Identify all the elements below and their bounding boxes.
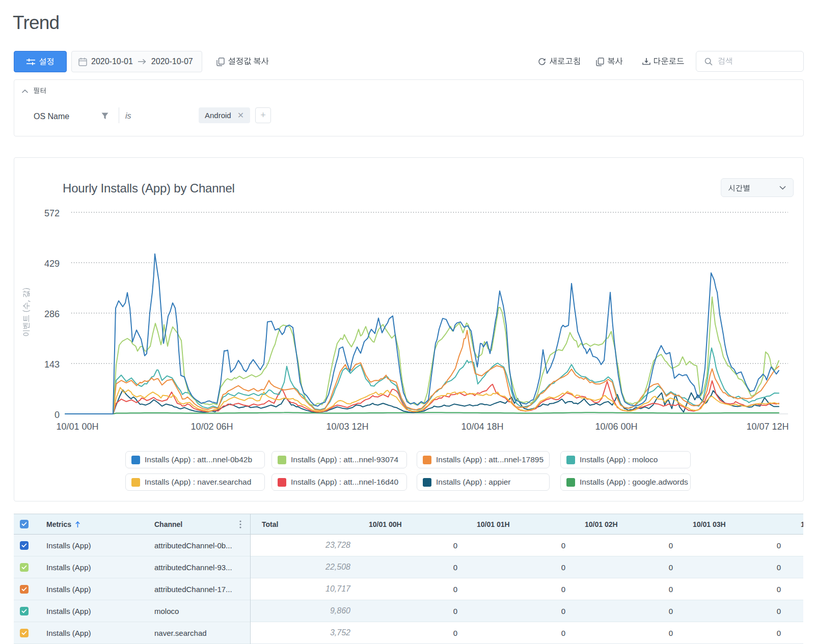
svg-text:10/01 00H: 10/01 00H bbox=[56, 422, 98, 432]
svg-text:10/04 18H: 10/04 18H bbox=[461, 422, 503, 432]
svg-text:0: 0 bbox=[55, 410, 60, 420]
svg-text:10/06 00H: 10/06 00H bbox=[595, 422, 637, 432]
svg-text:429: 429 bbox=[44, 259, 60, 269]
svg-text:10/03 12H: 10/03 12H bbox=[326, 422, 368, 432]
svg-text:286: 286 bbox=[44, 309, 60, 319]
svg-text:143: 143 bbox=[44, 359, 60, 370]
svg-text:10/02 06H: 10/02 06H bbox=[191, 422, 233, 432]
svg-text:10/07 12H: 10/07 12H bbox=[746, 422, 789, 432]
svg-text:572: 572 bbox=[44, 208, 60, 218]
